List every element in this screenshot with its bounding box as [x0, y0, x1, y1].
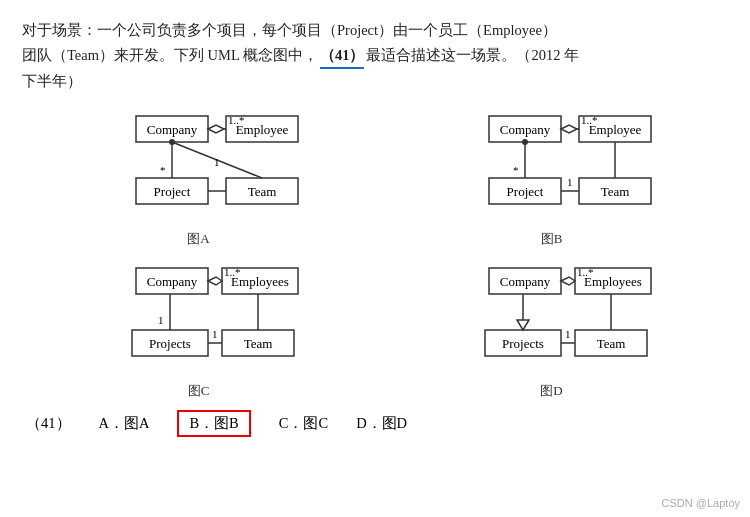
diagram-D-label: 图D	[540, 382, 562, 400]
intro-line1: 对于场景：一个公司负责多个项目，每个项目（Project）由一个员工（Emplo…	[22, 22, 557, 38]
intro-text: 对于场景：一个公司负责多个项目，每个项目（Project）由一个员工（Emplo…	[22, 18, 728, 94]
svg-text:Projects: Projects	[149, 336, 191, 351]
svg-text:Team: Team	[244, 336, 273, 351]
uml-svg-D: Company Employees Projects Team 1..*	[459, 258, 644, 378]
answer-question: （41）	[26, 414, 71, 433]
svg-text:Team: Team	[601, 184, 630, 199]
page: 对于场景：一个公司负责多个项目，每个项目（Project）由一个员工（Emplo…	[0, 0, 750, 517]
answer-option-D: D．图D	[356, 414, 407, 433]
svg-text:Team: Team	[597, 336, 626, 351]
answer-label-C: C．图C	[279, 414, 328, 433]
svg-text:1..*: 1..*	[228, 114, 245, 126]
svg-text:1..*: 1..*	[224, 266, 241, 278]
answer-row: （41） A．图A B．图B C．图C D．图D	[22, 410, 728, 437]
svg-text:Team: Team	[248, 184, 277, 199]
watermark: CSDN @Laptoy	[662, 497, 740, 509]
svg-marker-42	[208, 277, 222, 285]
svg-text:Company: Company	[147, 122, 198, 137]
diagram-row-2: Company Employees Projects Team 1..* 1	[22, 258, 728, 400]
svg-text:1: 1	[567, 176, 573, 188]
blank-41: （41）	[320, 43, 365, 70]
diagram-C: Company Employees Projects Team 1..* 1	[22, 258, 375, 400]
diagram-A: Company Employee Project Team	[22, 106, 375, 248]
svg-text:1: 1	[214, 156, 220, 168]
svg-marker-8	[208, 125, 224, 133]
svg-text:1: 1	[212, 328, 218, 340]
uml-svg-B: Company Employee Project Team 1..*	[459, 106, 644, 226]
svg-text:Project: Project	[154, 184, 191, 199]
answer-option-C: C．图C	[279, 414, 328, 433]
intro-line2a: 团队（Team）来开发。下列 UML 概念图中，	[22, 47, 318, 63]
svg-text:Projects: Projects	[502, 336, 544, 351]
svg-text:1..*: 1..*	[577, 266, 594, 278]
svg-text:1: 1	[565, 328, 571, 340]
svg-text:1: 1	[158, 314, 164, 326]
diagram-B-label: 图B	[541, 230, 563, 248]
diagram-A-label: 图A	[187, 230, 209, 248]
svg-marker-25	[561, 125, 577, 133]
answer-label-D: D．图D	[356, 414, 407, 433]
intro-line3: 下半年）	[22, 73, 82, 89]
intro-line2b: 最适合描述这一场景。（2012 年	[366, 47, 579, 63]
svg-text:Project: Project	[507, 184, 544, 199]
svg-text:Company: Company	[500, 122, 551, 137]
diagram-C-label: 图C	[188, 382, 210, 400]
answer-option-A: A．图A	[99, 414, 150, 433]
diagram-D: Company Employees Projects Team 1..*	[375, 258, 728, 400]
svg-text:*: *	[513, 164, 519, 176]
svg-point-29	[522, 139, 528, 145]
svg-marker-60	[517, 320, 529, 330]
diagram-B: Company Employee Project Team 1..*	[375, 106, 728, 248]
svg-text:*: *	[160, 164, 166, 176]
answer-label-B: B．图B	[177, 410, 250, 437]
answer-option-B: B．图B	[177, 410, 250, 437]
answer-label-A: A．图A	[99, 414, 150, 433]
uml-svg-C: Company Employees Projects Team 1..* 1	[106, 258, 291, 378]
uml-svg-A: Company Employee Project Team	[106, 106, 291, 226]
diagram-row-1: Company Employee Project Team	[22, 106, 728, 248]
svg-marker-57	[561, 277, 575, 285]
svg-text:1..*: 1..*	[581, 114, 598, 126]
svg-text:Company: Company	[500, 274, 551, 289]
svg-text:Company: Company	[147, 274, 198, 289]
